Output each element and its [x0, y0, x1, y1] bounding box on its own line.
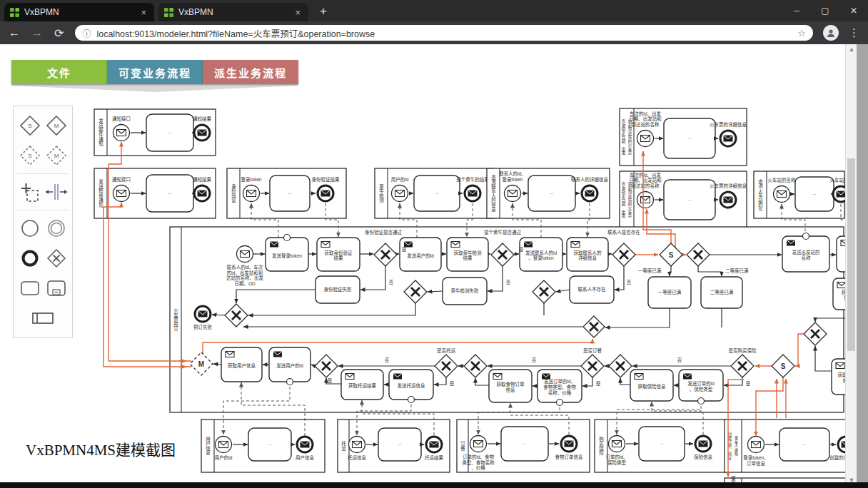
bpmn-start-event[interactable]: 用户的id: [215, 437, 233, 462]
browser-tab-2[interactable]: VxBPMN ×: [158, 3, 308, 21]
palette-gateway[interactable]: [44, 245, 69, 271]
bpmn-end-event[interactable]: 通知结果: [193, 116, 212, 141]
bpmn-task[interactable]: 联系人不存在: [570, 276, 614, 303]
bpmn-label: –: [523, 440, 527, 447]
bpmn-label: 发送联系人的id、登录token: [525, 250, 557, 261]
palette-gateway-m-dashed[interactable]: M: [44, 143, 69, 168]
tab-close-icon[interactable]: ×: [138, 7, 148, 18]
menu-file-button[interactable]: 文件: [11, 60, 107, 84]
window-maximize-button[interactable]: ▢: [811, 0, 839, 21]
bpmn-label: 是: [328, 378, 333, 384]
menu-derived-process-button[interactable]: 派生业务流程: [203, 60, 298, 84]
back-button[interactable]: ←: [9, 26, 20, 39]
bpmn-pool-label: 用户信息: [206, 437, 211, 456]
bpmn-start-event[interactable]: 通知接口: [112, 116, 131, 141]
pool-create-order[interactable]: 创建订单、验证乘车人资格–登录token、订单信息创建的订单信息: [725, 420, 862, 472]
new-tab-button[interactable]: +: [314, 3, 333, 21]
palette-intermediate-event[interactable]: [44, 215, 69, 241]
svg-text:M: M: [54, 153, 59, 159]
window-close-button[interactable]: ✕: [839, 0, 868, 21]
browser-tab-1[interactable]: VxBPMN ×: [4, 3, 154, 21]
bpmn-label: 是: [402, 247, 407, 253]
bpmn-label: –: [688, 135, 692, 141]
palette-start-event[interactable]: [17, 215, 43, 241]
bpmn-start-event[interactable]: 用户的id: [391, 176, 409, 202]
bpmn-task[interactable]: 黄牛检测失败: [443, 278, 487, 305]
bpmn-pool-label: 查询指定日期、出发: [621, 181, 625, 218]
palette-space-tool-icon[interactable]: [44, 179, 69, 205]
menu-variable-process-button[interactable]: 可变业务流程: [107, 60, 203, 84]
palette-gateway-m[interactable]: M: [44, 113, 69, 138]
bpmn-label: 是个黄牛的结果: [456, 176, 489, 183]
pool-query-station-id[interactable]: 查询火车站的id–火车站的名称火车站的id: [754, 171, 852, 218]
bpmn-label: 身份验证是否通过: [365, 229, 403, 235]
pool-send-sms-notice[interactable]: 发送短信通知–通知接口通知结果: [94, 168, 216, 218]
scroll-up-icon[interactable]: ▲: [846, 46, 857, 53]
menu-variable-process-label: 可变业务流程: [118, 65, 191, 80]
bpmn-task[interactable]: 获取食物订单信息: [489, 370, 532, 402]
address-bar[interactable]: ⓘ localhost:9013/modeler.html?fileName=火…: [75, 25, 813, 41]
palette-gateway-s[interactable]: S: [17, 113, 43, 138]
bpmn-end-event[interactable]: 通知结果: [193, 176, 212, 201]
bpmn-task[interactable]: 发送订单的id、食物类型、食物名称、价格: [538, 370, 582, 406]
tab-close-icon[interactable]: ×: [293, 7, 303, 18]
bpmn-label: 是: [746, 381, 751, 387]
window-minimize-button[interactable]: ─: [782, 0, 811, 21]
palette-gateway-s-dashed[interactable]: S: [17, 143, 43, 168]
bpmn-task[interactable]: 发送联系人的id、登录token: [520, 238, 562, 271]
bpmn-start-event[interactable]: 通知接口: [112, 176, 131, 202]
url-text[interactable]: localhost:9013/modeler.html?fileName=火车票…: [96, 26, 797, 40]
bpmn-canvas[interactable]: 发送邮件通知–通知接口通知结果查询指定日期、出发站和到达站的火车票–车次的id、…: [0, 44, 868, 488]
pool-query-train-tickets-2[interactable]: 查询指定日期、出发站和到达站的火车票–车次的id、出发日期、出发站和到达站的名称…: [620, 171, 747, 228]
palette-task[interactable]: [17, 275, 43, 301]
bpmn-task[interactable]: 获取身份验证结果: [317, 238, 360, 271]
bpmn-task[interactable]: 发送登录token: [266, 235, 308, 272]
palette-participant-pool[interactable]: [30, 305, 56, 331]
bpmn-task[interactable]: 获取联系人的详细信息: [567, 238, 608, 271]
pool-user-info[interactable]: 用户信息–用户的id用户信息: [201, 420, 325, 472]
bpmn-task[interactable]: 发送托运信息: [389, 370, 433, 403]
bpmn-label: –: [168, 190, 172, 196]
scrollbar-thumb[interactable]: [847, 158, 855, 351]
bpmn-label: 否: [506, 280, 511, 285]
palette-lasso-tool-icon[interactable]: [17, 179, 43, 205]
bpmn-task[interactable]: 获取托运结果: [341, 370, 383, 400]
pool-query-contact[interactable]: 查询联系人的信息–联系人的id、登录token联系人的详细信息: [487, 168, 610, 218]
bpmn-end-event[interactable]: 用户信息: [296, 437, 315, 461]
pool-buy-insurance[interactable]: 购买保险–订单的id、保险类型保险信息: [595, 420, 725, 472]
reload-button[interactable]: ⟳: [54, 26, 64, 40]
pool-scalper-check[interactable]: 黄牛检测–用户的id是个黄牛的结果: [375, 168, 494, 218]
pool-consignment[interactable]: 托运–托运信息托运结果: [338, 420, 450, 472]
bpmn-label: 获取保险信息: [638, 383, 667, 390]
palette-subprocess[interactable]: [44, 275, 69, 301]
bpmn-task[interactable]: 身份验证失败: [316, 276, 360, 303]
bpmn-end-event[interactable]: 保险信息: [694, 436, 713, 460]
palette-end-event[interactable]: [17, 245, 43, 271]
bpmn-task[interactable]: 获取黄牛检测结果: [447, 238, 488, 271]
pool-identity-verify[interactable]: 身份验证–登录token身份验证结果: [227, 168, 346, 218]
bpmn-end-event[interactable]: 托运结果: [425, 437, 444, 461]
bookmark-star-icon[interactable]: ☆: [797, 28, 806, 39]
bpmn-task[interactable]: 发送出发站的名称: [782, 233, 829, 273]
pool-send-email-notice[interactable]: 发送邮件通知–通知接口通知结果: [94, 109, 216, 156]
profile-avatar[interactable]: [823, 25, 839, 41]
bpmn-end-event[interactable]: 预订失败: [193, 306, 213, 330]
bpmn-start-event[interactable]: 托运信息: [348, 437, 367, 462]
browser-menu-icon[interactable]: ⋮: [849, 26, 859, 39]
pool-meal-order[interactable]: 订餐–订单的id、食物类型、食物名称、价格食物订单信息: [457, 420, 590, 472]
pool-query-train-tickets-1[interactable]: 查询指定日期、出发站和到达站的火车票–车次的id、出发日期、出发站和到达站的名称…: [620, 108, 747, 166]
bpmn-task[interactable]: 二等座已满: [701, 277, 742, 308]
window-right-edge: [857, 44, 868, 488]
bpmn-task[interactable]: 发送用户的id: [269, 347, 311, 385]
bpmn-task[interactable]: 获取保险信息: [630, 370, 673, 401]
canvas-vertical-scrollbar[interactable]: ▲ ▼: [845, 44, 857, 488]
bpmn-task[interactable]: 发送用户的id: [400, 238, 441, 271]
bpmn-task[interactable]: 发送订单的id、保险类型: [679, 370, 723, 405]
bpmn-pool-label: 乘车人资格: [734, 435, 738, 457]
bpmn-task[interactable]: 获取用户信息: [221, 347, 262, 382]
forward-button[interactable]: →: [31, 26, 43, 39]
bpmn-task[interactable]: 一等座已满: [648, 277, 691, 308]
site-info-icon[interactable]: ⓘ: [82, 27, 91, 39]
main-menu: 文件 可变业务流程 派生业务流程: [11, 60, 298, 84]
bpmn-label: –: [398, 441, 402, 447]
